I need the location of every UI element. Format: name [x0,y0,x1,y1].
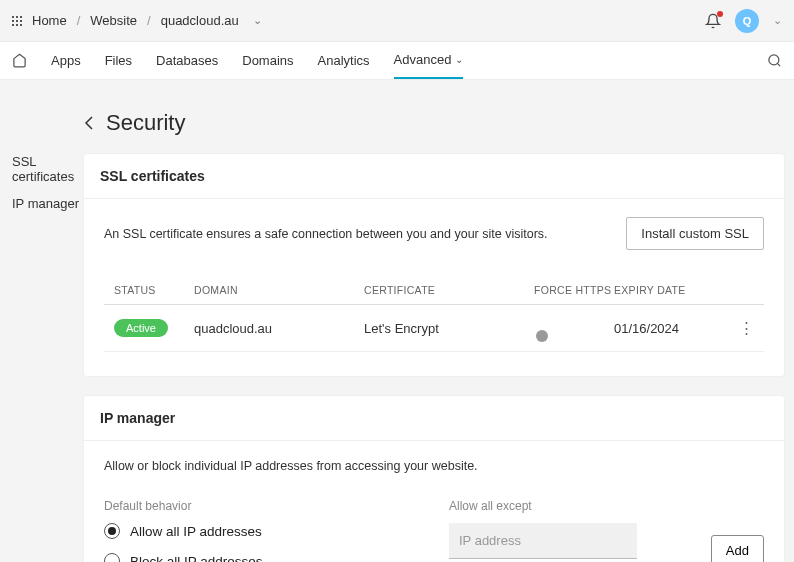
chevron-down-icon[interactable]: ⌄ [773,14,782,27]
allow-except-label: Allow all except [449,499,764,513]
main: Security SSL certificates An SSL certifi… [84,110,784,562]
topbar: Home / Website / quadcloud.au ⌄ Q ⌄ [0,0,794,42]
search-icon[interactable] [767,53,782,68]
home-icon[interactable] [12,53,27,68]
nav-domains[interactable]: Domains [242,43,293,78]
nav-advanced[interactable]: Advanced ⌄ [394,42,464,79]
radio-icon [104,553,120,562]
status-badge: Active [114,319,168,337]
col-domain: DOMAIN [194,284,364,296]
breadcrumb-current[interactable]: quadcloud.au [161,13,239,28]
notification-bell-icon[interactable] [705,13,721,29]
nav-databases[interactable]: Databases [156,43,218,78]
cell-domain: quadcloud.au [194,321,364,336]
radio-allow-all[interactable]: Allow all IP addresses [104,523,419,539]
breadcrumb: Home / Website / quadcloud.au ⌄ [32,13,262,28]
ip-card: IP manager Allow or block individual IP … [84,396,784,562]
svg-point-0 [769,55,779,65]
col-certificate: CERTIFICATE [364,284,534,296]
ip-address-input[interactable] [449,523,637,559]
ip-card-header: IP manager [84,396,784,441]
sidebar-item-ssl[interactable]: SSL certificates [12,148,84,190]
add-button[interactable]: Add [711,535,764,562]
chevron-down-icon: ⌄ [455,54,463,65]
cell-expiry: 01/16/2024 [614,321,724,336]
col-expiry: EXPIRY DATE [614,284,724,296]
nav-advanced-label: Advanced [394,52,452,67]
default-behavior-label: Default behavior [104,499,419,513]
cell-certificate: Let's Encrypt [364,321,534,336]
table-row: Active quadcloud.au Let's Encrypt 01/16/… [104,305,764,352]
radio-block-label: Block all IP addresses [130,554,263,563]
back-icon[interactable] [84,116,94,130]
col-status: STATUS [114,284,194,296]
breadcrumb-website[interactable]: Website [90,13,137,28]
nav-files[interactable]: Files [105,43,132,78]
chevron-down-icon[interactable]: ⌄ [253,14,262,27]
navbar: Apps Files Databases Domains Analytics A… [0,42,794,80]
radio-allow-label: Allow all IP addresses [130,524,262,539]
ssl-card: SSL certificates An SSL certificate ensu… [84,154,784,376]
install-custom-ssl-button[interactable]: Install custom SSL [626,217,764,250]
sidebar: SSL certificates IP manager [12,110,84,562]
ssl-intro-text: An SSL certificate ensures a safe connec… [104,227,548,241]
col-forcehttps: FORCE HTTPS [534,284,614,296]
breadcrumb-home[interactable]: Home [32,13,67,28]
svg-line-1 [777,63,780,66]
ssl-card-header: SSL certificates [84,154,784,199]
radio-icon [104,523,120,539]
apps-grid-icon[interactable] [12,16,22,26]
nav-apps[interactable]: Apps [51,43,81,78]
radio-block-all[interactable]: Block all IP addresses [104,553,419,562]
breadcrumb-sep: / [77,13,81,28]
nav-analytics[interactable]: Analytics [318,43,370,78]
sidebar-item-ip[interactable]: IP manager [12,190,84,217]
ip-intro-text: Allow or block individual IP addresses f… [104,459,764,473]
page-title: Security [106,110,185,136]
notification-dot [717,11,723,17]
kebab-icon[interactable]: ⋮ [724,319,754,337]
breadcrumb-sep: / [147,13,151,28]
ssl-table: STATUS DOMAIN CERTIFICATE FORCE HTTPS EX… [104,276,764,352]
avatar[interactable]: Q [735,9,759,33]
